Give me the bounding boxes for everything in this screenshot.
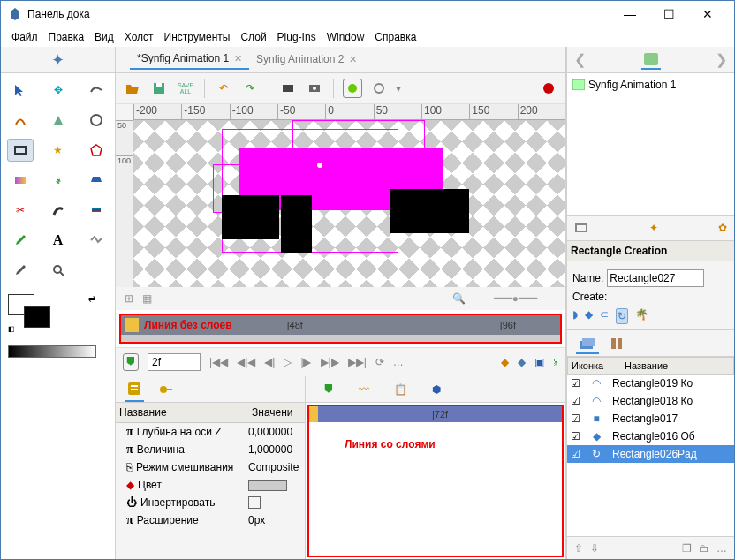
tool-star[interactable]: ★ (45, 139, 72, 162)
tool-draw[interactable] (45, 199, 72, 222)
layer-checkbox[interactable]: ☑ (571, 377, 580, 390)
tool-select[interactable] (7, 79, 34, 102)
prev-kf-icon[interactable]: ◀|◀ (237, 356, 255, 368)
layer-row[interactable]: ☑◠Rectangle018 Ко (567, 392, 734, 410)
menu-canvas[interactable]: Холст (119, 29, 159, 45)
first-frame-icon[interactable]: |◀◀ (209, 356, 228, 368)
layer-del-icon[interactable]: … (716, 542, 727, 555)
layer-row[interactable]: ☑■Rectangle017 (567, 410, 734, 428)
close-button[interactable]: ✕ (688, 2, 727, 26)
maximize-button[interactable]: ☐ (649, 2, 688, 26)
menu-layer[interactable]: Слой (235, 29, 271, 45)
bound-high-icon[interactable]: ◆ (518, 356, 526, 368)
layer-row[interactable]: ☑◆Rectangle016 Об (567, 428, 734, 445)
tab-animation-1[interactable]: *Synfig Animation 1✕ (130, 49, 249, 70)
tool-bucket[interactable] (83, 169, 110, 192)
tool-plant[interactable]: ҂ (45, 169, 72, 192)
tool-polygon[interactable] (83, 139, 110, 162)
keyframe-lock-icon[interactable]: ⛊ (123, 353, 139, 371)
frame-input[interactable] (148, 353, 201, 371)
save-icon[interactable] (149, 79, 169, 98)
param-row[interactable]: πВеличина1,000000 (116, 441, 305, 458)
menu-plugins[interactable]: Plug-Ins (272, 29, 322, 45)
layer-checkbox[interactable]: ☑ (571, 448, 580, 460)
kf-tab-1-icon[interactable]: ⛊ (323, 383, 334, 396)
minimize-button[interactable]: — (610, 2, 649, 26)
param-row[interactable]: ◆Цвет (116, 476, 305, 494)
tool-gradient[interactable] (7, 169, 34, 192)
next-kf-icon[interactable]: ▶|▶ (321, 356, 339, 368)
nav-prev-icon[interactable]: ❮ (574, 51, 586, 68)
layer-dup-icon[interactable]: ❐ (682, 542, 692, 555)
saveall-icon[interactable]: SAVEALL (176, 79, 195, 98)
create-curve-icon[interactable]: ↻ (616, 308, 628, 324)
onion-off-icon[interactable] (369, 79, 389, 98)
layer-checkbox[interactable]: ☑ (571, 395, 580, 407)
params-tab-icon[interactable] (125, 377, 144, 402)
kf-tab-4-icon[interactable]: ⬢ (432, 383, 441, 396)
tool-text[interactable]: A (45, 229, 72, 252)
tool-bline[interactable] (7, 109, 34, 132)
menu-window[interactable]: Window (322, 29, 370, 45)
zoom-icon[interactable]: 🔍 (452, 292, 466, 305)
undo-icon[interactable]: ↶ (214, 79, 233, 98)
param-row[interactable]: πГлубина на оси Z0,000000 (116, 423, 305, 441)
tool-zoom[interactable] (45, 259, 72, 282)
layer-row[interactable]: ☑◠Rectangle019 Ко (567, 375, 734, 392)
menu-file[interactable]: Файл (6, 29, 43, 45)
tool-opt-rect-icon[interactable] (574, 221, 588, 235)
key-tab-icon[interactable] (156, 378, 176, 401)
layer-down-icon[interactable]: ⇩ (590, 542, 599, 555)
loop-icon[interactable]: ⟳ (375, 356, 384, 368)
layer-up-icon[interactable]: ⇧ (574, 542, 583, 555)
param-row[interactable]: ⎘Режим смешиванияComposite (116, 458, 305, 476)
menu-help[interactable]: Справка (369, 29, 421, 45)
menu-view[interactable]: Вид (89, 29, 119, 45)
layer-group-icon[interactable]: 🗀 (699, 542, 709, 555)
tool-brush[interactable] (7, 259, 34, 282)
open-icon[interactable] (123, 79, 142, 98)
tool-circle[interactable] (83, 109, 110, 132)
layers-list[interactable]: ☑◠Rectangle019 Ко ☑◠Rectangle018 Ко ☑■Re… (567, 375, 734, 536)
man-icon[interactable]: 🯅 (553, 356, 558, 368)
layer-checkbox[interactable]: ☑ (571, 430, 580, 443)
create-outline-icon[interactable]: ◆ (585, 308, 593, 324)
color-swatches[interactable]: ⇄ ◧ (8, 294, 108, 333)
create-region-icon[interactable]: ◗ (572, 308, 578, 324)
layers-header-icon[interactable]: Иконка (568, 358, 621, 374)
params-header-value[interactable]: Значени (248, 403, 305, 422)
tool-smooth[interactable] (83, 79, 110, 102)
tool-opt-gear-icon[interactable]: ✿ (718, 222, 727, 234)
tab-animation-2[interactable]: Synfig Animation 2✕ (249, 49, 364, 69)
layers-header-name[interactable]: Название (621, 358, 733, 374)
tool-sketch[interactable] (83, 229, 110, 252)
tool-width[interactable] (83, 199, 110, 222)
param-row[interactable]: πРасширение0px (116, 511, 305, 529)
layer-row[interactable]: ☑↻Rectangle026Pад (567, 445, 734, 463)
zoom-slider[interactable]: ━━━●━━━ (494, 292, 537, 305)
close-icon[interactable]: ✕ (234, 53, 242, 64)
create-plant-icon[interactable]: 🌴 (635, 308, 648, 324)
menubar[interactable]: Файл Правка Вид Холст Инструменты Слой P… (1, 27, 734, 47)
close-icon[interactable]: ✕ (349, 54, 357, 65)
prev-frame-icon[interactable]: ◀| (264, 356, 275, 368)
kf-tab-2-icon[interactable]: 〰 (359, 383, 369, 396)
dropdown-icon[interactable]: ▾ (396, 82, 401, 95)
tool-rectangle[interactable] (7, 139, 34, 162)
redo-icon[interactable]: ↷ (240, 79, 260, 98)
tool-transform[interactable]: ✥ (45, 79, 72, 102)
nav-next-icon[interactable]: ❯ (716, 51, 727, 68)
tool-region[interactable] (45, 109, 72, 132)
nav-tab-icon[interactable] (641, 50, 661, 70)
tool-cut[interactable]: ✂ (7, 199, 34, 222)
gradient-swatch[interactable] (8, 345, 96, 358)
play-icon[interactable]: ▷ (284, 356, 292, 368)
canvas-tree[interactable]: Synfig Animation 1 (567, 73, 734, 215)
onion-on-icon[interactable] (343, 79, 362, 98)
name-input[interactable] (607, 269, 704, 287)
record-icon[interactable] (539, 79, 558, 98)
render-icon[interactable] (278, 79, 298, 98)
next-frame-icon[interactable]: |▶ (300, 356, 311, 368)
layers-tab-icon[interactable] (576, 333, 599, 354)
menu-tools[interactable]: Инструменты (159, 29, 236, 45)
